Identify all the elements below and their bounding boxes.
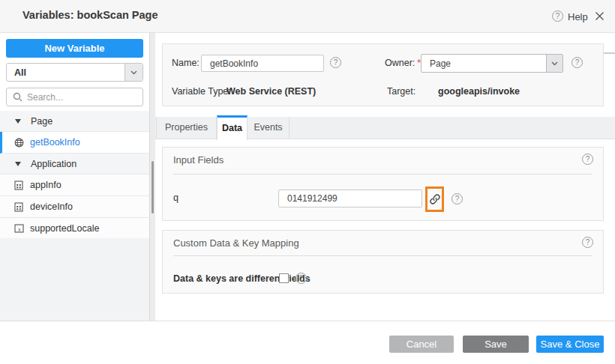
variable-summary-panel: Name:* ? Owner:* Page ? Variable Type: W…	[162, 43, 604, 106]
tab-bar: Properties Data Events	[155, 117, 615, 139]
section-title: Input Fields	[173, 154, 224, 166]
tab-properties[interactable]: Properties	[156, 117, 217, 139]
custom-mapping-section: Custom Data & Key Mapping ? Data & keys …	[162, 230, 604, 294]
link-icon-highlight	[425, 186, 444, 212]
save-close-button[interactable]: Save & Close	[536, 336, 604, 353]
section-title: Custom Data & Key Mapping	[173, 237, 299, 249]
input-fields-section: Input Fields ? q ?	[162, 147, 604, 221]
name-input[interactable]	[201, 55, 324, 72]
dialog-footer: Cancel Save Save & Close	[0, 321, 615, 364]
search-input[interactable]	[27, 92, 143, 103]
app-grid-icon	[14, 202, 24, 212]
sidebar-group-application[interactable]: Application	[0, 154, 149, 175]
help-link[interactable]: Help	[568, 11, 588, 22]
sidebar-item-deviceinfo[interactable]: deviceInfo	[0, 196, 149, 218]
link-icon[interactable]	[429, 193, 441, 205]
sidebar-group-page[interactable]: Page	[0, 111, 149, 132]
variables-sidebar: New Variable All Page getBookInfo	[0, 33, 149, 321]
target-value: googleapis/invoke	[438, 86, 520, 97]
divider	[173, 174, 592, 175]
scrollbar-thumb[interactable]	[152, 161, 154, 213]
close-icon[interactable]	[595, 11, 604, 21]
variables-dialog: Variables: bookScan Page ? Help New Vari…	[0, 0, 615, 364]
chevron-down-icon	[546, 55, 562, 72]
sidebar-empty-area	[0, 238, 149, 321]
sidebar-group-label: Page	[31, 116, 52, 127]
tab-events[interactable]: Events	[248, 117, 290, 139]
sidebar-item-supportedlocale[interactable]: x supportedLocale	[0, 218, 149, 240]
name-label: Name:*	[172, 58, 206, 68]
sidebar-group-label: Application	[31, 159, 76, 169]
globe-icon	[14, 138, 24, 148]
owner-label: Owner:*	[385, 58, 421, 68]
page-title: Variables: bookScan Page	[22, 9, 158, 21]
data-keys-help-icon[interactable]: ?	[296, 273, 307, 284]
variable-type-value: Web Service (REST)	[226, 86, 316, 97]
param-q-help-icon[interactable]: ?	[452, 193, 463, 204]
sidebar-item-appinfo[interactable]: appInfo	[0, 175, 149, 196]
target-label: Target:	[387, 86, 416, 97]
data-keys-label: Data & keys are different fields	[173, 273, 310, 284]
filter-dropdown[interactable]: All	[6, 63, 143, 82]
name-help-icon[interactable]: ?	[330, 57, 341, 68]
variable-type-label: Variable Type:	[172, 86, 231, 97]
owner-help-icon[interactable]: ?	[572, 57, 583, 68]
tab-data[interactable]: Data	[217, 115, 248, 140]
new-variable-button[interactable]: New Variable	[6, 39, 143, 58]
divider	[173, 255, 592, 256]
filter-dropdown-value: All	[14, 67, 26, 78]
help-icon[interactable]: ?	[552, 10, 563, 22]
input-fields-help-icon[interactable]: ?	[582, 154, 593, 165]
chevron-down-icon	[124, 64, 142, 81]
param-q-input[interactable]	[278, 189, 422, 207]
search-icon	[13, 92, 22, 102]
search-box[interactable]	[6, 88, 143, 106]
sidebar-item-label: appInfo	[30, 180, 62, 190]
app-grid-icon	[14, 181, 24, 190]
param-q-label: q	[173, 192, 178, 203]
caret-down-icon	[15, 162, 21, 166]
cancel-button[interactable]: Cancel	[389, 336, 454, 353]
custom-mapping-help-icon[interactable]: ?	[582, 237, 593, 248]
sidebar-item-label: supportedLocale	[30, 223, 99, 234]
save-button[interactable]: Save	[463, 336, 529, 353]
owner-select[interactable]: Page	[421, 54, 563, 73]
locale-icon: x	[14, 224, 24, 233]
data-keys-checkbox[interactable]	[279, 273, 289, 283]
dialog-header: Variables: bookScan Page ? Help	[0, 0, 615, 33]
sidebar-item-label: deviceInfo	[30, 201, 73, 212]
caret-down-icon	[15, 119, 21, 124]
sidebar-item-label: getBookInfo	[30, 137, 80, 148]
sidebar-item-getbookinfo[interactable]: getBookInfo	[0, 132, 149, 154]
owner-select-value: Page	[430, 58, 451, 69]
svg-text:x: x	[18, 227, 21, 232]
